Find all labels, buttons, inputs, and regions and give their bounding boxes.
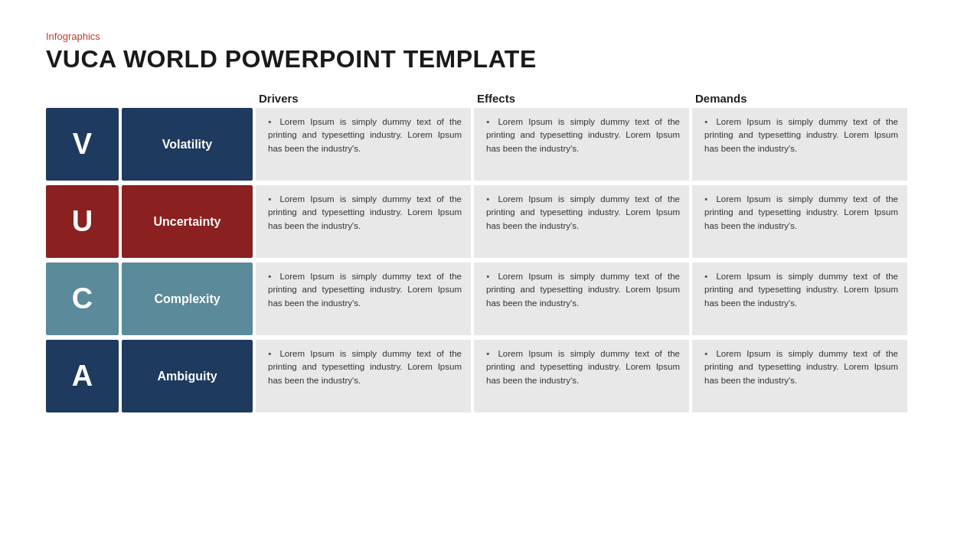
header: Infographics VUCA WORLD POWERPOINT TEMPL…: [46, 31, 934, 73]
header-title: VUCA WORLD POWERPOINT TEMPLATE: [46, 45, 934, 73]
cell-drivers-c: Lorem Ipsum is simply dummy text of the …: [256, 262, 471, 335]
cell-drivers-u: Lorem Ipsum is simply dummy text of the …: [256, 185, 471, 258]
cell-letter-u: U: [46, 185, 119, 258]
col-header-effects: Effects: [471, 92, 689, 105]
rows-container: V Volatility Lorem Ipsum is simply dummy…: [46, 108, 934, 412]
cell-letter-v: V: [46, 108, 119, 181]
column-headers: Drivers Effects Demands: [46, 92, 934, 105]
cell-effects-a: Lorem Ipsum is simply dummy text of the …: [474, 340, 689, 412]
col-header-demands: Demands: [689, 92, 907, 105]
cell-letter-a: A: [46, 340, 119, 412]
cell-demands-a: Lorem Ipsum is simply dummy text of the …: [692, 340, 907, 412]
col-header-drivers: Drivers: [253, 92, 471, 105]
slide: Infographics VUCA WORLD POWERPOINT TEMPL…: [0, 0, 980, 551]
cell-letter-c: C: [46, 262, 119, 335]
cell-effects-u: Lorem Ipsum is simply dummy text of the …: [474, 185, 689, 258]
table-row-v: V Volatility Lorem Ipsum is simply dummy…: [46, 108, 934, 181]
cell-label-v: Volatility: [122, 108, 253, 181]
table: Drivers Effects Demands V Volatility Lor…: [46, 92, 934, 412]
cell-drivers-v: Lorem Ipsum is simply dummy text of the …: [256, 108, 471, 181]
table-row-c: C Complexity Lorem Ipsum is simply dummy…: [46, 262, 934, 335]
cell-label-c: Complexity: [122, 262, 253, 335]
cell-label-u: Uncertainty: [122, 185, 253, 258]
table-row-u: U Uncertainty Lorem Ipsum is simply dumm…: [46, 185, 934, 258]
cell-drivers-a: Lorem Ipsum is simply dummy text of the …: [256, 340, 471, 412]
cell-label-a: Ambiguity: [122, 340, 253, 412]
cell-demands-u: Lorem Ipsum is simply dummy text of the …: [692, 185, 907, 258]
cell-demands-c: Lorem Ipsum is simply dummy text of the …: [692, 262, 907, 335]
cell-effects-v: Lorem Ipsum is simply dummy text of the …: [474, 108, 689, 181]
table-row-a: A Ambiguity Lorem Ipsum is simply dummy …: [46, 340, 934, 412]
header-tag: Infographics: [46, 31, 934, 42]
cell-effects-c: Lorem Ipsum is simply dummy text of the …: [474, 262, 689, 335]
cell-demands-v: Lorem Ipsum is simply dummy text of the …: [692, 108, 907, 181]
